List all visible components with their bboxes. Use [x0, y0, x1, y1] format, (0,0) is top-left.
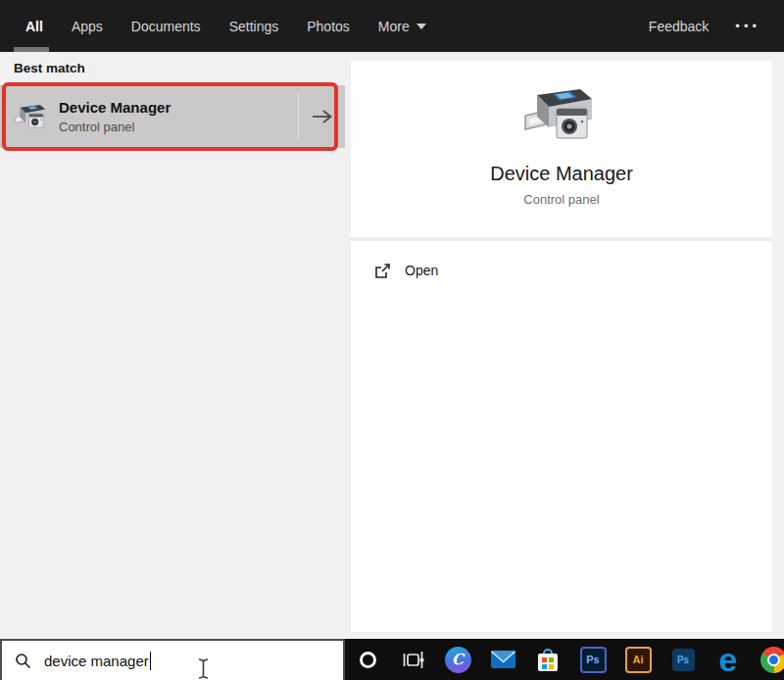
photoshop-express-button[interactable]: Ps — [661, 639, 706, 680]
photoshop-icon: Ps — [580, 647, 607, 673]
feedback-button[interactable]: Feedback — [649, 19, 709, 34]
microsoft-store-button[interactable] — [525, 639, 570, 680]
tab-apps[interactable]: Apps — [72, 19, 103, 34]
photoshop-button[interactable]: Ps — [570, 639, 615, 680]
best-match-header: Best match — [14, 61, 85, 75]
mail-button[interactable] — [480, 639, 525, 680]
device-manager-icon — [523, 82, 600, 147]
best-match-text: Device Manager Control panel — [59, 99, 298, 134]
tab-more[interactable]: More — [378, 19, 426, 34]
results-panel: Best match Device Manager Control panel — [0, 52, 345, 639]
edge-icon: e — [719, 645, 738, 674]
illustrator-icon: Ai — [625, 647, 652, 673]
chrome-button[interactable] — [751, 639, 784, 680]
arrow-right-icon — [311, 109, 334, 124]
more-options-icon[interactable]: ••• — [735, 19, 760, 33]
chrome-icon — [760, 647, 784, 673]
task-view-button[interactable] — [390, 639, 435, 680]
edge-button[interactable]: e — [706, 639, 751, 680]
search-icon — [15, 653, 31, 669]
open-icon — [374, 263, 391, 279]
ibeam-cursor — [196, 657, 211, 680]
filter-tabs: All Apps Documents Settings Photos More — [25, 19, 426, 34]
device-manager-icon — [14, 101, 49, 132]
tab-photos[interactable]: Photos — [307, 19, 350, 34]
tab-all[interactable]: All — [25, 19, 43, 34]
expand-result-button[interactable] — [299, 109, 345, 124]
search-query-text: device manager — [44, 653, 149, 669]
search-input[interactable]: device manager — [0, 639, 345, 680]
result-subtitle: Control panel — [59, 120, 298, 134]
preview-panel: Device Manager Control panel Open — [351, 61, 772, 632]
open-action-label: Open — [405, 263, 438, 278]
taskbar: C Ps Ai Ps e — [345, 639, 784, 680]
search-header: All Apps Documents Settings Photos More … — [0, 0, 784, 52]
preview-subtitle: Control panel — [523, 192, 599, 207]
photoshop-express-icon: Ps — [672, 649, 695, 671]
panel-divider — [351, 237, 772, 241]
cortana-icon: C — [445, 647, 471, 673]
tab-documents[interactable]: Documents — [131, 19, 201, 34]
task-view-icon — [402, 650, 424, 670]
microsoft-store-icon — [535, 647, 561, 673]
windows-search-screen: { "header": { "tabs": [ { "label": "All"… — [0, 0, 784, 680]
open-action[interactable]: Open — [351, 253, 772, 288]
more-label: More — [378, 19, 410, 34]
cortana-app-button[interactable]: C — [435, 639, 480, 680]
mail-icon — [490, 649, 516, 670]
preview-title: Device Manager — [490, 163, 633, 185]
cortana-ring-button[interactable] — [345, 639, 390, 680]
text-caret — [150, 652, 152, 670]
preview-hero: Device Manager Control panel — [351, 61, 772, 237]
best-match-result[interactable]: Device Manager Control panel — [0, 85, 345, 148]
illustrator-button[interactable]: Ai — [615, 639, 661, 680]
tab-settings[interactable]: Settings — [229, 19, 279, 34]
result-title: Device Manager — [59, 99, 298, 117]
chevron-down-icon — [416, 24, 426, 29]
cortana-ring-icon — [360, 652, 376, 668]
